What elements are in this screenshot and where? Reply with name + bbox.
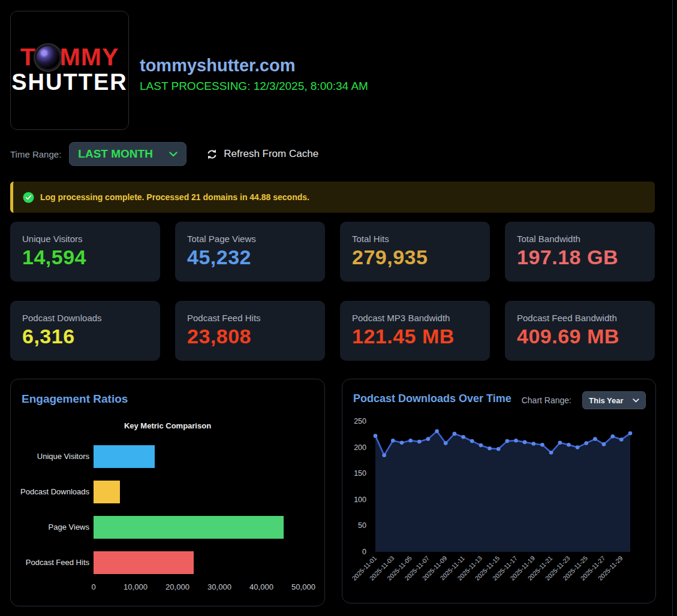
data-point bbox=[619, 437, 624, 442]
x-axis-tick-label: 10,000 bbox=[124, 582, 148, 591]
stat-card-unique-visitors: Unique Visitors 14,594 bbox=[10, 222, 160, 282]
stat-value: 409.69 MB bbox=[517, 325, 643, 348]
data-point bbox=[453, 432, 457, 436]
data-point bbox=[576, 445, 580, 449]
data-point bbox=[628, 431, 633, 436]
chevron-down-icon bbox=[169, 152, 177, 157]
data-point bbox=[567, 443, 571, 447]
data-point bbox=[602, 442, 606, 446]
stat-card-podcast-feed-hits: Podcast Feed Hits 23,808 bbox=[175, 301, 325, 361]
stat-card-total-page-views: Total Page Views 45,232 bbox=[175, 222, 325, 282]
data-point bbox=[549, 451, 553, 455]
stat-value: 121.45 MB bbox=[352, 325, 478, 348]
data-point bbox=[532, 442, 536, 446]
bar-category-label: Podcast Feed Hits bbox=[11, 558, 89, 567]
y-axis-tick-label: 100 bbox=[354, 496, 366, 504]
bar-row: Podcast Feed Hits bbox=[11, 545, 324, 580]
logo-text-tommy: TMMY bbox=[20, 45, 119, 70]
refresh-from-cache-button[interactable]: Refresh From Cache bbox=[206, 148, 318, 160]
bar-chart: Unique VisitorsPodcast DownloadsPage Vie… bbox=[11, 439, 324, 580]
stat-label: Total Hits bbox=[352, 234, 478, 244]
chart-range-selected-value: This Year bbox=[589, 396, 624, 405]
data-point bbox=[593, 437, 597, 441]
bar-row: Page Views bbox=[11, 509, 324, 545]
data-point bbox=[444, 441, 448, 445]
data-point bbox=[391, 439, 395, 443]
last-processing-timestamp: LAST PROCESSING: 12/3/2025, 8:00:34 AM bbox=[140, 80, 368, 93]
y-axis-tick-label: 50 bbox=[358, 521, 366, 530]
stat-label: Podcast Feed Hits bbox=[187, 313, 313, 323]
stat-value: 23,808 bbox=[187, 325, 313, 348]
bar-segment bbox=[94, 481, 120, 503]
stat-card-podcast-feed-bandwidth: Podcast Feed Bandwidth 409.69 MB bbox=[505, 301, 655, 361]
stat-card-podcast-downloads: Podcast Downloads 6,316 bbox=[10, 301, 160, 361]
bar-row: Unique Visitors bbox=[11, 439, 324, 474]
data-point bbox=[610, 434, 615, 439]
site-logo: TMMY SHUTTER bbox=[10, 11, 129, 130]
stat-card-total-bandwidth: Total Bandwidth 197.18 GB bbox=[505, 222, 655, 282]
data-point bbox=[514, 439, 518, 443]
x-axis-tick-label: 50,000 bbox=[291, 582, 315, 591]
chart-range-select[interactable]: This Year bbox=[582, 391, 646, 409]
stat-card-total-hits: Total Hits 279,935 bbox=[340, 222, 490, 282]
data-point bbox=[461, 435, 465, 439]
time-range-select[interactable]: LAST MONTH bbox=[69, 142, 186, 166]
stat-value: 279,935 bbox=[352, 246, 478, 269]
bar-row: Podcast Downloads bbox=[11, 474, 324, 509]
data-point bbox=[479, 443, 483, 448]
line-chart: 0501001502002502025-11-012025-11-032025-… bbox=[342, 379, 657, 604]
page-title: tommyshutter.com bbox=[140, 56, 368, 76]
bar-segment bbox=[94, 551, 194, 574]
data-point bbox=[400, 441, 404, 445]
time-range-label: Time Range: bbox=[10, 149, 61, 159]
logo-letter-t: T bbox=[20, 45, 36, 70]
data-point bbox=[382, 453, 386, 457]
y-axis-tick-label: 0 bbox=[362, 548, 366, 556]
success-alert: Log processing complete. Processed 21 do… bbox=[10, 182, 655, 213]
stat-card-podcast-mp3-bandwidth: Podcast MP3 Bandwidth 121.45 MB bbox=[340, 301, 490, 361]
x-axis-tick-label: 0 bbox=[91, 582, 95, 591]
data-point bbox=[488, 446, 492, 451]
bar-chart-x-axis: 010,00020,00030,00040,00050,000 bbox=[11, 582, 324, 594]
refresh-button-label: Refresh From Cache bbox=[224, 148, 318, 160]
podcast-downloads-panel: 0501001502002502025-11-012025-11-032025-… bbox=[342, 379, 656, 603]
y-axis-tick-label: 250 bbox=[354, 417, 366, 425]
data-point bbox=[584, 441, 588, 445]
data-point bbox=[497, 447, 501, 451]
stat-label: Unique Visitors bbox=[22, 234, 148, 244]
check-circle-icon bbox=[23, 192, 34, 203]
data-point bbox=[558, 441, 562, 445]
chevron-down-icon bbox=[633, 398, 639, 403]
data-point bbox=[408, 439, 413, 443]
header-text-block: tommyshutter.com LAST PROCESSING: 12/3/2… bbox=[140, 56, 368, 93]
bar-chart-title: Key Metric Comparison bbox=[11, 421, 324, 430]
refresh-icon bbox=[206, 149, 218, 160]
dashboard-page: { "header": { "logo_line1": "TOMMY", "lo… bbox=[0, 0, 677, 616]
data-point bbox=[540, 443, 544, 447]
y-axis-tick-label: 150 bbox=[354, 469, 366, 478]
time-range-selected-value: LAST MONTH bbox=[78, 147, 153, 161]
bar-category-label: Podcast Downloads bbox=[11, 487, 89, 496]
data-point bbox=[426, 437, 431, 441]
data-point bbox=[374, 434, 378, 438]
stat-label: Podcast MP3 Bandwidth bbox=[352, 313, 478, 323]
stats-grid: Unique Visitors 14,594 Total Page Views … bbox=[10, 222, 655, 361]
bar-segment bbox=[94, 516, 284, 539]
controls-row: Time Range: LAST MONTH Refresh From Cach… bbox=[10, 142, 318, 166]
stat-label: Podcast Feed Bandwidth bbox=[517, 313, 643, 323]
bar-segment bbox=[94, 445, 155, 468]
engagement-panel-title: Engagement Ratios bbox=[22, 392, 128, 406]
data-point bbox=[417, 440, 422, 444]
stat-label: Podcast Downloads bbox=[22, 313, 148, 323]
downloads-panel-title: Podcast Downloads Over Time bbox=[353, 392, 511, 405]
stat-value: 6,316 bbox=[22, 325, 148, 348]
x-axis-tick-label: 40,000 bbox=[249, 582, 273, 591]
stat-label: Total Page Views bbox=[187, 234, 313, 244]
logo-letters-mmy: MMY bbox=[60, 45, 119, 70]
y-axis-tick-label: 200 bbox=[354, 443, 366, 452]
engagement-ratios-panel: Engagement Ratios Key Metric Comparison … bbox=[10, 379, 325, 606]
stat-label: Total Bandwidth bbox=[517, 234, 643, 244]
page-scrollbar[interactable] bbox=[672, 0, 673, 616]
stat-value: 14,594 bbox=[22, 246, 148, 269]
bar-category-label: Unique Visitors bbox=[11, 452, 89, 461]
